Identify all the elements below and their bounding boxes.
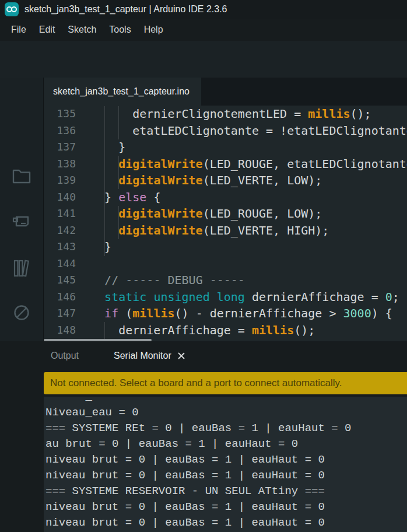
editor-tab-strip: sketch_jan3b_test_1_capteur.ino xyxy=(44,78,407,106)
tab-serial-monitor[interactable]: Serial Monitor xyxy=(107,347,192,365)
line-number: 146 xyxy=(44,289,76,306)
library-books-icon xyxy=(11,258,32,279)
boards-manager-icon xyxy=(11,211,32,232)
code-text: digitalWrite(LED_ROUGE, LOW); xyxy=(90,205,322,222)
tab-output-label: Output xyxy=(51,351,79,361)
code-line[interactable]: 139 digitalWrite(LED_VERTE, LOW); xyxy=(44,172,407,189)
serial-line: _ xyxy=(45,397,407,405)
line-number: 147 xyxy=(44,305,76,322)
line-number: 135 xyxy=(44,106,76,123)
tab-output[interactable]: Output xyxy=(44,347,86,365)
code-text: dernierAffichage = millis(); xyxy=(90,322,315,339)
line-number: 141 xyxy=(44,205,76,222)
serial-line: niveau brut = 0 | eauBas = 1 | eauHaut =… xyxy=(45,499,407,515)
code-line[interactable]: 141 digitalWrite(LED_ROUGE, LOW); xyxy=(44,205,407,222)
indent-guide xyxy=(104,322,105,339)
serial-line: niveau brut = 0 | eauBas = 1 | eauHaut =… xyxy=(45,452,407,468)
code-text: digitalWrite(LED_VERTE, HIGH); xyxy=(90,222,329,239)
notification-text: Not connected. Select a board and a port… xyxy=(50,377,342,389)
code-line[interactable]: 145 // ----- DEBUG ----- xyxy=(44,272,407,289)
close-icon[interactable] xyxy=(177,352,185,360)
window-title: sketch_jan3b_test_1_capteur | Arduino ID… xyxy=(24,4,227,15)
code-text: } xyxy=(90,239,111,256)
serial-line: niveau brut = 0 | eauBas = 1 | eauHaut =… xyxy=(45,468,407,484)
code-line[interactable]: 140 } else { xyxy=(44,189,407,206)
code-text: etatLEDClignotante = !etatLEDClignotante… xyxy=(90,123,407,139)
code-line[interactable]: 135 dernierClignotementLED = millis(); xyxy=(44,106,407,123)
serial-line: au brut = 0 | eauBas = 1 | eauHaut = 0 xyxy=(45,436,407,452)
indent-guide xyxy=(104,106,105,256)
sidebar-item-boards-manager[interactable] xyxy=(9,209,34,234)
menu-bar: File Edit Sketch Tools Help xyxy=(0,19,407,41)
line-number: 140 xyxy=(44,189,76,206)
folder-icon xyxy=(11,166,32,187)
code-text: if (millis() - dernierAffichage > 3000) … xyxy=(90,305,392,322)
code-line[interactable]: 147 if (millis() - dernierAffichage > 30… xyxy=(44,305,407,322)
debug-slash-circle-icon xyxy=(11,302,32,323)
code-text: digitalWrite(LED_VERTE, LOW); xyxy=(90,172,322,189)
menu-file[interactable]: File xyxy=(5,22,33,37)
serial-line: === SYSTEME RESERVOIR - UN SEUL ATtiny =… xyxy=(45,484,407,499)
indent-guide xyxy=(118,106,119,139)
line-number: 143 xyxy=(44,239,76,256)
line-number: 137 xyxy=(44,139,76,156)
line-number: 144 xyxy=(44,256,76,272)
serial-line: niveau brut = 0 | eauBas = 1 | eauHaut =… xyxy=(45,515,407,531)
sidebar-item-sketchbook[interactable] xyxy=(9,164,34,188)
menu-sketch[interactable]: Sketch xyxy=(61,22,103,37)
code-text: } else { xyxy=(90,189,160,206)
code-text: // ----- DEBUG ----- xyxy=(90,272,245,289)
indent-guide xyxy=(118,206,119,239)
code-line[interactable]: 137 } xyxy=(44,139,407,156)
line-number: 136 xyxy=(44,123,76,139)
menu-edit[interactable]: Edit xyxy=(33,22,62,37)
code-text: digitalWrite(LED_ROUGE, etatLEDClignotan… xyxy=(90,156,407,173)
code-line[interactable]: 148 dernierAffichage = millis(); xyxy=(44,322,407,339)
toolbar: Arduino Uno xyxy=(0,41,407,78)
code-editor[interactable]: 135 dernierClignotementLED = millis();13… xyxy=(44,106,407,341)
line-number: 145 xyxy=(44,272,76,289)
arduino-logo-icon xyxy=(5,2,19,16)
menu-tools[interactable]: Tools xyxy=(103,22,137,37)
indent-guide xyxy=(118,156,119,189)
serial-lines: _Niveau_eau = 0=== SYSTEME REt = 0 | eau… xyxy=(45,397,407,531)
line-number: 142 xyxy=(44,222,76,239)
code-text: } xyxy=(90,139,125,156)
code-line[interactable]: 143 } xyxy=(44,239,407,256)
editor-tab[interactable]: sketch_jan3b_test_1_capteur.ino xyxy=(44,78,201,106)
tab-serial-monitor-label: Serial Monitor xyxy=(114,351,171,361)
sidebar-item-debug[interactable] xyxy=(9,300,34,325)
line-number: 139 xyxy=(44,172,76,189)
code-line[interactable]: 144 xyxy=(44,256,407,272)
code-text: dernierClignotementLED = millis(); xyxy=(90,106,371,123)
title-bar: sketch_jan3b_test_1_capteur | Arduino ID… xyxy=(0,0,407,19)
code-line[interactable]: 136 etatLEDClignotante = !etatLEDClignot… xyxy=(44,123,407,139)
code-line[interactable]: 146 static unsigned long dernierAffichag… xyxy=(44,289,407,306)
code-text: static unsigned long dernierAffichage = … xyxy=(90,289,399,306)
code-line[interactable]: 142 digitalWrite(LED_VERTE, HIGH); xyxy=(44,222,407,239)
serial-line: === SYSTEME REt = 0 | eauBas = 1 | eauHa… xyxy=(45,421,407,436)
serial-line: Niveau_eau = 0 xyxy=(45,405,407,421)
line-number: 148 xyxy=(44,322,76,339)
line-number: 138 xyxy=(44,156,76,173)
not-connected-notification: Not connected. Select a board and a port… xyxy=(44,372,407,394)
serial-monitor-output[interactable]: _Niveau_eau = 0=== SYSTEME REt = 0 | eau… xyxy=(44,397,407,532)
editor-tab-label: sketch_jan3b_test_1_capteur.ino xyxy=(53,86,190,97)
code-line[interactable]: 138 digitalWrite(LED_ROUGE, etatLEDClign… xyxy=(44,156,407,173)
code-lines: 135 dernierClignotementLED = millis();13… xyxy=(44,106,407,338)
menu-help[interactable]: Help xyxy=(138,22,170,37)
sidebar-item-library-manager[interactable] xyxy=(9,256,34,281)
panel-tab-bar: Output Serial Monitor xyxy=(44,341,192,370)
